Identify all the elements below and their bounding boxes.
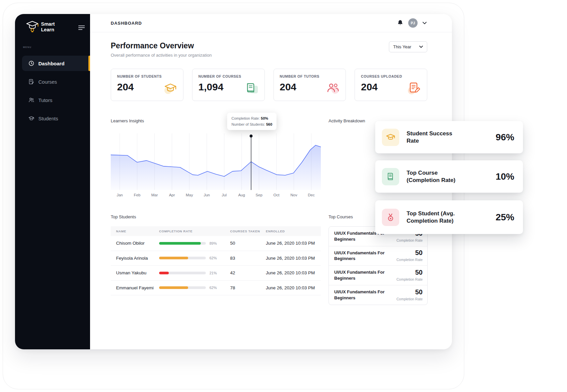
activity-breakdown-title: Activity Breakdown <box>329 118 365 123</box>
chart-x-label: Apr <box>163 193 181 197</box>
activity-card-title: Top Student (Avg. Completion Rate) <box>407 210 465 225</box>
people-icon <box>326 81 340 97</box>
course-value: 50 <box>415 269 423 276</box>
avatar[interactable]: PJ <box>408 18 418 28</box>
enrolled-date: June 26, 2020 10:03 PM <box>266 270 321 275</box>
screen: Smart Learn MENU Dashboard <box>0 0 567 392</box>
courses-taken: 42 <box>230 270 266 275</box>
chart-x-label: Mar <box>146 193 163 197</box>
chart-x-label: Jul <box>215 193 233 197</box>
completion-percent: 62% <box>209 256 217 260</box>
sidebar-item-dashboard[interactable]: Dashboard <box>22 56 90 71</box>
chart-x-label: Jan <box>111 193 128 197</box>
course-caption: Completion Rate <box>397 258 423 262</box>
list-item: UI/UX Fundamentals For Beginners 50Compl… <box>329 246 427 266</box>
learners-insights-chart[interactable]: Completion Rate: 50% Number of Students:… <box>111 133 321 190</box>
table-row: Usman Yakubu 21% 42 June 26, 2020 10:03 … <box>111 266 321 281</box>
completion-percent: 89% <box>209 241 217 245</box>
stat-card-uploaded: COURSES UPLOADED 204 <box>355 69 427 101</box>
student-name: Feyisola Arinola <box>111 256 159 261</box>
activity-card-title: Top Course (Completion Rate) <box>407 169 465 184</box>
sidebar-item-label: Students <box>38 116 58 121</box>
stat-card-courses: NUMBER OF COURSES 1,094 <box>192 69 265 101</box>
activity-card-student-success: Student Success Rate 96% <box>375 121 523 153</box>
page-heading-block: Performance Overview Overall performance… <box>111 41 212 58</box>
courses-icon <box>28 79 34 85</box>
graduation-cap-logo-icon <box>26 20 39 34</box>
completion-bar <box>159 272 206 274</box>
top-students-table: NAME COMPLETION RATE COURSES TAKEN ENROL… <box>111 226 321 295</box>
students-icon <box>28 115 34 121</box>
course-name: UI/UX Fundamentals For Beginners <box>334 289 385 301</box>
graduation-cap-icon <box>382 129 399 146</box>
sidebar-item-tutors[interactable]: Tutors <box>22 92 90 108</box>
chart-x-label: May <box>181 193 198 197</box>
courses-taken: 50 <box>230 241 266 246</box>
enrolled-date: June 26, 2020 10:03 PM <box>266 241 321 246</box>
list-item: UI/UX Fundamentals For Beginners 50Compl… <box>329 285 427 305</box>
completion-percent: 62% <box>209 286 217 290</box>
stat-label: COURSES UPLOADED <box>361 74 421 78</box>
student-name: Usman Yakubu <box>111 270 159 275</box>
course-caption: Completion Rate <box>397 238 423 242</box>
sidebar-item-label: Dashboard <box>38 61 64 66</box>
page-subtitle: Overall performance of activities in you… <box>111 53 212 58</box>
logo-text: Smart Learn <box>41 21 55 32</box>
courses-taken: 83 <box>230 256 266 261</box>
book-icon <box>382 168 399 185</box>
chart-x-axis: JanFebMarAprMayJunJulAugSepOctNovDec <box>111 193 321 198</box>
chart-x-label: Feb <box>128 193 146 197</box>
activity-card-value: 96% <box>496 132 514 143</box>
course-name: UI/UX Fundamentals For Beginners <box>334 250 385 262</box>
stat-label: NUMBER OF TUTORS <box>280 74 340 78</box>
activity-card-top-course: Top Course (Completion Rate) 10% <box>375 160 523 193</box>
activity-card-value: 25% <box>496 212 514 223</box>
chart-tooltip: Completion Rate: 50% Number of Students:… <box>227 113 276 130</box>
chart-x-label: Oct <box>268 193 285 197</box>
chevron-down-icon <box>419 46 423 48</box>
activity-card-top-student: Top Student (Avg. Completion Rate) 25% <box>375 200 523 234</box>
chart-x-label: Jun <box>198 193 215 197</box>
document-edit-icon <box>407 81 422 97</box>
notification-bell-icon[interactable] <box>397 20 403 26</box>
completion-bar <box>159 242 206 245</box>
sidebar-item-label: Courses <box>38 79 57 85</box>
completion-percent: 21% <box>209 271 217 275</box>
top-courses-panel: UI/UX Fundamentals For Beginners 50Compl… <box>329 226 428 305</box>
table-row: Feyisola Arinola 62% 83 June 26, 2020 10… <box>111 251 321 266</box>
stat-card-tutors: NUMBER OF TUTORS 204 <box>273 69 346 101</box>
courses-taken: 78 <box>230 285 266 290</box>
enrolled-date: June 26, 2020 10:03 PM <box>266 285 321 290</box>
hamburger-menu-icon[interactable] <box>78 25 85 31</box>
course-name: UI/UX Fundamentals For Beginners <box>334 269 385 281</box>
chart-plot-area[interactable] <box>111 133 321 190</box>
page-title: Performance Overview <box>111 41 212 50</box>
course-caption: Completion Rate <box>397 277 423 281</box>
completion-bar <box>159 286 206 289</box>
book-icon <box>244 81 259 97</box>
sidebar-item-courses[interactable]: Courses <box>22 74 90 89</box>
sidebar-nav: Dashboard Courses Tutors <box>15 56 90 126</box>
period-select[interactable]: This Year <box>389 41 427 52</box>
graduation-cap-icon <box>163 81 178 97</box>
medal-icon <box>382 209 399 226</box>
chart-x-label: Aug <box>233 193 250 197</box>
table-header: NAME COMPLETION RATE COURSES TAKEN ENROL… <box>111 226 321 236</box>
sidebar-item-students[interactable]: Students <box>22 111 90 126</box>
course-value: 50 <box>415 249 423 256</box>
top-students-section: Top Students NAME COMPLETION RATE COURSE… <box>111 214 321 295</box>
chart-x-label: Nov <box>285 193 303 197</box>
sidebar: Smart Learn MENU Dashboard <box>15 14 90 349</box>
dashboard-icon <box>28 60 34 66</box>
chart-x-label: Sep <box>250 193 268 197</box>
period-select-value: This Year <box>393 44 411 49</box>
stat-label: NUMBER OF COURSES <box>198 74 258 78</box>
chart-x-label: Dec <box>303 193 320 197</box>
student-name: Chisom Obilor <box>111 241 159 246</box>
page-breadcrumb: DASHBOARD <box>111 21 142 26</box>
learners-insights-title: Learners Insights <box>111 118 144 123</box>
stats-row: NUMBER OF STUDENTS 204 NUMBER OF COURSES… <box>111 69 427 101</box>
course-caption: Completion Rate <box>397 297 423 301</box>
menu-section-label: MENU <box>23 46 90 48</box>
profile-chevron-down-icon[interactable] <box>423 22 427 24</box>
